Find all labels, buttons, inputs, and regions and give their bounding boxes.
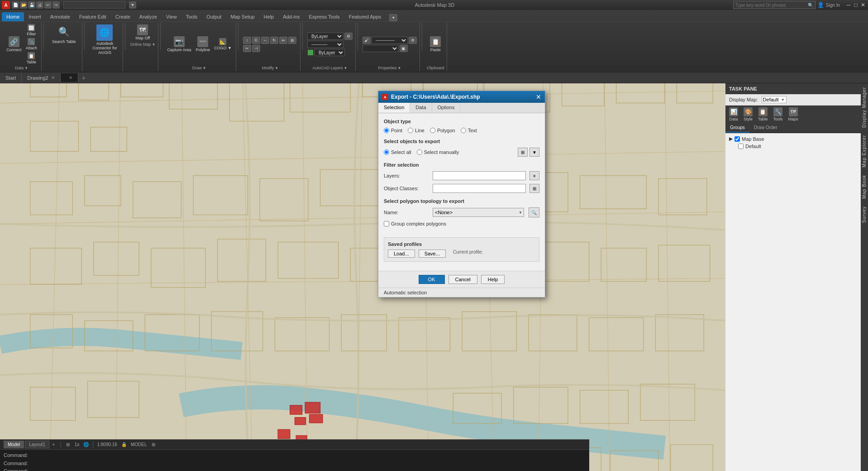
save-icon[interactable]: 💾 xyxy=(28,1,35,9)
radio-polygon-input[interactable] xyxy=(430,128,435,133)
tab-create[interactable]: Create xyxy=(111,12,135,21)
dialog-tab-selection[interactable]: Selection xyxy=(378,103,410,113)
select-objects-btn2[interactable]: ▼ xyxy=(529,148,539,157)
display-manager-label[interactable]: Display Manager xyxy=(861,83,868,131)
search-table-button[interactable]: 🔍 Search Table xyxy=(48,24,79,45)
groups-tab[interactable]: Groups xyxy=(725,123,749,133)
data-dropdown-arrow[interactable]: ▼ xyxy=(24,66,28,70)
map-base-checkbox[interactable] xyxy=(734,136,740,142)
add-layout-button[interactable]: + xyxy=(50,442,57,448)
radio-line-input[interactable] xyxy=(408,128,413,133)
props-btn2[interactable]: ▣ xyxy=(400,45,408,52)
sign-in-button[interactable]: Sign In xyxy=(826,3,840,8)
layers-input[interactable] xyxy=(433,171,526,180)
save-profile-button[interactable]: Save... xyxy=(419,250,446,258)
tab-add-ins[interactable]: Add-ins xyxy=(278,12,304,21)
tab-help[interactable]: Help xyxy=(259,12,279,21)
title-input[interactable] xyxy=(63,1,125,9)
doc-tab-current[interactable]: ✕ xyxy=(61,73,78,82)
topology-search-button[interactable]: 🔍 xyxy=(529,207,539,217)
display-map-select[interactable]: Default xyxy=(762,96,787,103)
close-button[interactable]: ✕ xyxy=(860,2,866,8)
connect-button[interactable]: 🔗 Connect xyxy=(5,35,24,53)
layer-select[interactable]: ByLayer xyxy=(307,33,343,40)
props-select[interactable] xyxy=(362,45,399,52)
object-classes-input[interactable] xyxy=(433,184,526,193)
lineweight-select[interactable]: ───── xyxy=(307,41,343,48)
dropdown-arrow-icon[interactable]: ▼ xyxy=(129,1,136,9)
tab-express-tools[interactable]: Express Tools xyxy=(305,12,344,21)
paste-button[interactable]: 📋 Paste xyxy=(428,35,443,53)
tab-feature-edit[interactable]: Feature Edit xyxy=(75,12,111,21)
open-icon[interactable]: 📂 xyxy=(20,1,27,9)
print-icon[interactable]: 🖨 xyxy=(36,1,43,9)
capture-area-button[interactable]: 📷 Capture Area xyxy=(165,35,193,53)
radio-polygon[interactable]: Polygon xyxy=(430,128,455,133)
task-pane-data-icon[interactable]: 📊 Data xyxy=(729,107,738,121)
trim-icon[interactable]: ✂ xyxy=(243,45,251,52)
ok-button[interactable]: OK xyxy=(419,275,445,284)
tab-output[interactable]: Output xyxy=(202,12,226,21)
map-canvas[interactable]: N Y Command: Command: Command: Command: … xyxy=(0,83,725,471)
topology-name-select[interactable]: <None> xyxy=(433,208,524,217)
color-select[interactable]: ByLayer xyxy=(315,49,345,56)
new-tab-button[interactable]: + xyxy=(78,72,89,83)
select-objects-btn1[interactable]: ⊞ xyxy=(518,148,528,157)
map-explorer-label[interactable]: Map Explorer xyxy=(861,131,868,171)
radio-point[interactable]: Point xyxy=(384,128,402,133)
online-map-arrow[interactable]: ▼ xyxy=(152,43,155,47)
doc-tab-start[interactable]: Start xyxy=(0,73,22,82)
search-input[interactable] xyxy=(735,3,808,8)
dialog-tab-data[interactable]: Data xyxy=(410,103,432,113)
ribbon-option-icon[interactable]: ▾ xyxy=(389,14,397,21)
attach-button[interactable]: 📎 Attach xyxy=(24,38,39,51)
survey-label[interactable]: Survey xyxy=(861,202,868,226)
task-pane-tools-icon[interactable]: 🔧 Tools xyxy=(773,107,783,121)
task-pane-table-icon[interactable]: 📋 Table xyxy=(758,107,768,121)
task-pane-maps-icon[interactable]: 🗺 Maps xyxy=(788,107,798,121)
move-icon[interactable]: ↕ xyxy=(243,37,251,44)
scale-icon[interactable]: ⊞ xyxy=(288,37,296,44)
stretch-icon[interactable]: ↔ xyxy=(261,37,269,44)
extend-icon[interactable]: ⊣ xyxy=(252,45,260,52)
model-tab[interactable]: Model xyxy=(4,441,24,448)
props-settings-icon[interactable]: ⚙ xyxy=(409,37,417,44)
lineweight-select2[interactable]: ────── xyxy=(372,37,408,44)
close-current-icon[interactable]: ✕ xyxy=(69,75,72,80)
radio-point-input[interactable] xyxy=(384,128,389,133)
draw-arrow[interactable]: ▼ xyxy=(203,66,206,70)
map-book-label[interactable]: Map Book xyxy=(861,171,868,202)
radio-text-input[interactable] xyxy=(461,128,466,133)
redo-icon[interactable]: ↪ xyxy=(52,1,60,9)
maximize-button[interactable]: □ xyxy=(853,2,859,8)
filter-button[interactable]: ⬜ Filter xyxy=(24,24,39,37)
group-complex-checkbox[interactable] xyxy=(384,221,389,226)
rotate-icon[interactable]: ↻ xyxy=(270,37,278,44)
tab-analyze[interactable]: Analyze xyxy=(135,12,162,21)
radio-select-all-input[interactable] xyxy=(384,149,389,155)
doc-tab-drawing2[interactable]: Drawing2 ✕ xyxy=(22,73,60,82)
object-classes-browse-button[interactable]: ⊞ xyxy=(529,184,539,193)
radio-select-all[interactable]: Select all xyxy=(384,149,411,155)
new-icon[interactable]: 📄 xyxy=(12,1,19,9)
task-pane-style-icon[interactable]: 🎨 Style xyxy=(744,107,753,121)
radio-select-manually[interactable]: Select manually xyxy=(417,149,459,155)
draw-order-tab[interactable]: Draw Order xyxy=(749,123,782,133)
close-drawing2-icon[interactable]: ✕ xyxy=(51,75,55,80)
undo-icon[interactable]: ↩ xyxy=(44,1,52,9)
dialog-tab-options[interactable]: Options xyxy=(432,103,461,113)
polyline-button[interactable]: 〰 Polyline xyxy=(194,35,212,53)
radio-text[interactable]: Text xyxy=(461,128,477,133)
export-dialog[interactable]: A Export - C:\Users\Ada\.\Export.shp ✕ S… xyxy=(378,91,545,298)
load-button[interactable]: Load... xyxy=(388,250,415,258)
connector-button[interactable]: 🌐 Autodesk Connector for ArcGIS xyxy=(89,24,120,56)
layers-browse-button[interactable]: ≡ xyxy=(529,171,539,180)
tab-annotate[interactable]: Annotate xyxy=(46,12,75,21)
default-layer-checkbox[interactable] xyxy=(738,144,744,149)
tab-view[interactable]: View xyxy=(162,12,181,21)
match-props-icon[interactable]: 🖌 xyxy=(362,37,371,44)
search-icon[interactable]: 🔍 xyxy=(808,3,813,8)
layer-settings-icon[interactable]: ⚙ xyxy=(344,33,353,40)
cogo-button[interactable]: 📐 COGO ▼ xyxy=(213,38,233,51)
layers-arrow[interactable]: ▼ xyxy=(343,66,347,70)
